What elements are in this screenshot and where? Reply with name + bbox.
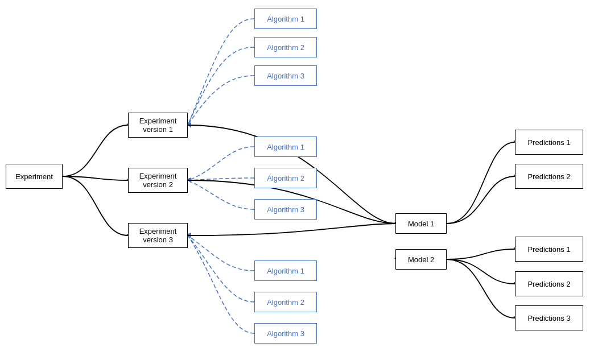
alg3-bot-node: Algorithm 3 xyxy=(254,323,317,344)
pred1-m2-node: Predictions 1 xyxy=(515,237,583,262)
alg3-top-node: Algorithm 3 xyxy=(254,65,317,86)
alg1-mid-node: Algorithm 1 xyxy=(254,136,317,157)
alg1-top-node: Algorithm 1 xyxy=(254,9,317,29)
model2-node: Model 2 xyxy=(395,249,447,270)
experiment-node: Experiment xyxy=(6,164,63,189)
pred1-m1-node: Predictions 1 xyxy=(515,130,583,155)
alg1-bot-node: Algorithm 1 xyxy=(254,260,317,281)
pred2-m2-node: Predictions 2 xyxy=(515,271,583,296)
exp-v1-node: Experimentversion 1 xyxy=(128,113,188,138)
alg2-bot-node: Algorithm 2 xyxy=(254,292,317,312)
alg3-mid-node: Algorithm 3 xyxy=(254,199,317,220)
alg2-top-node: Algorithm 2 xyxy=(254,37,317,57)
pred3-m2-node: Predictions 3 xyxy=(515,305,583,330)
model1-node: Model 1 xyxy=(395,213,447,234)
pred2-m1-node: Predictions 2 xyxy=(515,164,583,189)
exp-v3-node: Experimentversion 3 xyxy=(128,223,188,248)
exp-v2-node: Experimentversion 2 xyxy=(128,168,188,193)
alg2-mid-node: Algorithm 2 xyxy=(254,168,317,188)
